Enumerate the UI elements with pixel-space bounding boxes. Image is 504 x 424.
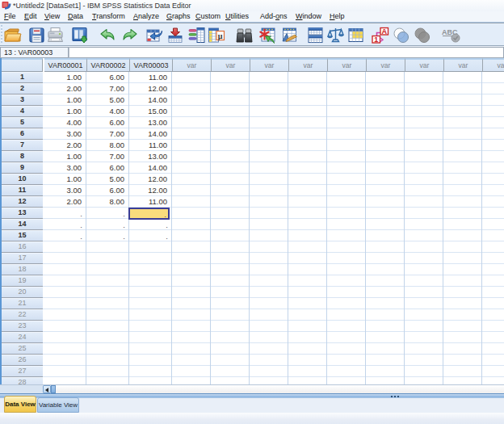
svg-text:μ: μ (218, 31, 223, 40)
svg-text:1: 1 (374, 36, 378, 44)
svg-text:A: A (381, 27, 387, 36)
